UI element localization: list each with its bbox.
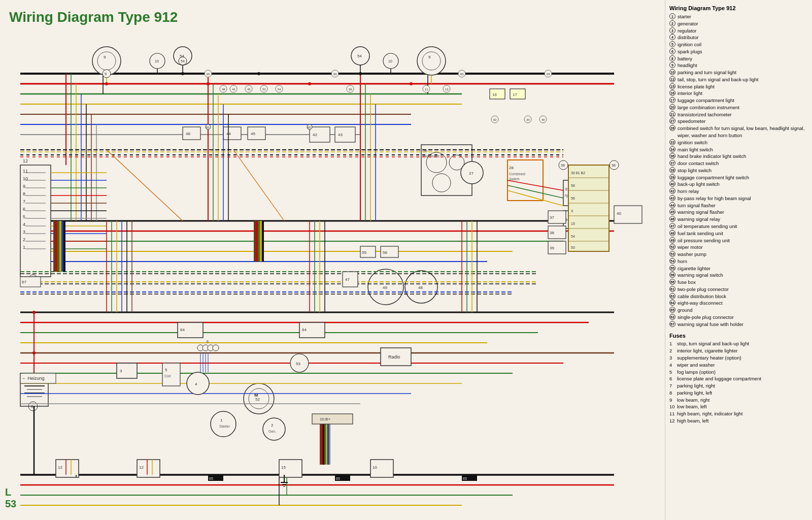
svg-text:28: 28 [509, 166, 514, 170]
legend-label: ignition coil [678, 41, 701, 48]
legend-item: 12tail, stop, turn signal and back-up li… [669, 76, 808, 83]
legend-item: 9headlight [669, 62, 808, 69]
svg-text:2: 2 [271, 423, 274, 428]
fuse-item: 10low beam, left [669, 403, 808, 410]
fuse-item: 3supplementary heater (option) [669, 354, 808, 362]
svg-text:15: 15 [571, 222, 575, 225]
svg-text:38: 38 [612, 164, 616, 167]
svg-rect-292 [568, 165, 609, 251]
legend-number: 17 [669, 97, 675, 103]
fuse-number: 5 [669, 369, 675, 376]
svg-text:1: 1 [23, 245, 25, 250]
svg-text:65: 65 [336, 477, 340, 480]
legend-number: 39 [669, 174, 675, 180]
legend-label: battery [678, 55, 692, 62]
legend-item: 3regulator [669, 27, 808, 35]
svg-point-190 [359, 72, 362, 75]
legend-item: 34main light switch [669, 146, 808, 153]
legend-item: 28combined switch for turn signal, low b… [669, 125, 808, 139]
svg-text:65: 65 [209, 477, 213, 480]
svg-rect-207 [256, 221, 258, 262]
legend-item: 62single-pole plug connector [669, 314, 808, 321]
svg-point-187 [207, 82, 210, 85]
legend-item: 65ground [669, 307, 808, 314]
svg-text:9: 9 [105, 72, 107, 76]
legend-label: wiper motor [678, 244, 703, 251]
svg-text:20: 20 [526, 118, 530, 121]
fuse-number: 12 [669, 417, 675, 425]
legend-number: 45 [669, 209, 675, 215]
legend-number: 46 [669, 216, 675, 222]
svg-text:47: 47 [345, 277, 350, 282]
svg-rect-201 [55, 221, 57, 272]
svg-text:38: 38 [561, 164, 565, 167]
legend-label: main light switch [678, 146, 713, 153]
svg-text:12: 12 [58, 465, 62, 470]
legend-number: 1 [669, 13, 675, 19]
svg-text:55: 55 [362, 250, 366, 255]
svg-text:52: 52 [255, 397, 260, 402]
legend-label: horn relay [678, 188, 699, 195]
legend-label: oil temperature sending unit [678, 223, 737, 230]
svg-rect-203 [59, 221, 61, 272]
legend-item: 43by-pass relay for high beam signal [669, 195, 808, 202]
legend-item: 66fuse box [669, 279, 808, 286]
legend-item: 21transistorized tachometer [669, 111, 808, 118]
svg-rect-318 [329, 424, 330, 465]
svg-rect-312 [320, 424, 321, 465]
legend-item: 52wiper motor [669, 244, 808, 251]
svg-text:39: 39 [349, 88, 352, 91]
svg-text:9: 9 [104, 55, 106, 59]
legend-item: 61two-pole plug connector [669, 286, 808, 293]
svg-text:4: 4 [23, 222, 25, 227]
svg-text:49: 49 [383, 285, 387, 290]
svg-text:Gen.: Gen. [268, 430, 276, 433]
legend-label: luggage compartment light switch [678, 174, 749, 181]
legend-item: 56warning signal switch [669, 272, 808, 279]
svg-text:5: 5 [23, 214, 25, 219]
svg-text:10: 10 [373, 465, 377, 470]
page-label: L53 [5, 486, 16, 510]
legend-label: door contact switch [678, 160, 719, 167]
legend-label: ignition switch [678, 139, 707, 146]
svg-point-175 [187, 372, 209, 395]
fuse-label: low beam, right [677, 397, 709, 404]
svg-text:X: X [571, 209, 573, 213]
legend-panel: Wiring Diagram Type 912 1starter2generat… [665, 0, 812, 520]
legend-number: 42 [669, 188, 675, 194]
legend-number: 65 [669, 307, 675, 313]
svg-text:8: 8 [31, 404, 33, 409]
legend-number: 48 [669, 230, 675, 236]
fuse-number: 8 [669, 389, 675, 397]
svg-point-334 [213, 345, 219, 351]
svg-text:65: 65 [460, 73, 464, 76]
svg-text:54: 54 [278, 88, 281, 91]
legend-number: 55 [669, 265, 675, 271]
svg-text:8: 8 [23, 191, 25, 197]
svg-rect-209 [260, 221, 262, 262]
legend-label: tail, stop, turn signal and back-up ligh… [678, 76, 758, 83]
svg-text:37: 37 [550, 215, 554, 220]
svg-point-64 [422, 52, 441, 70]
legend-label: speedometer [678, 118, 705, 125]
svg-text:← Heizung: ← Heizung [22, 376, 45, 381]
fuse-item: 1stop, turn signal and back-up light [669, 340, 808, 347]
legend-item: 40back-up light switch [669, 181, 808, 188]
svg-rect-200 [53, 221, 55, 272]
fuse-item: 12high beam, left [669, 417, 808, 425]
svg-text:27: 27 [469, 171, 473, 176]
fuses-items-container: 1stop, turn signal and back-up light2int… [669, 340, 808, 424]
svg-text:65: 65 [207, 73, 210, 76]
fuse-item: 8parking light, left [669, 389, 808, 397]
fuse-number: 7 [669, 382, 675, 389]
legend-number: 3 [669, 27, 675, 34]
svg-rect-204 [61, 221, 63, 272]
legend-number: 43 [669, 195, 675, 201]
legend-label: luggage compartment light [678, 97, 734, 104]
wiring-diagram-svg: 12 11 10 9 8 7 6 5 4 3 2 1 66 Battery [5, 28, 655, 510]
legend-label: warning signal flasher [678, 209, 724, 216]
svg-text:3: 3 [23, 230, 25, 235]
legend-items-container: 1starter2generator3regulator4distributor… [669, 13, 808, 328]
fuse-item: 9low beam, right [669, 397, 808, 404]
legend-item: 27speedometer [669, 118, 808, 125]
